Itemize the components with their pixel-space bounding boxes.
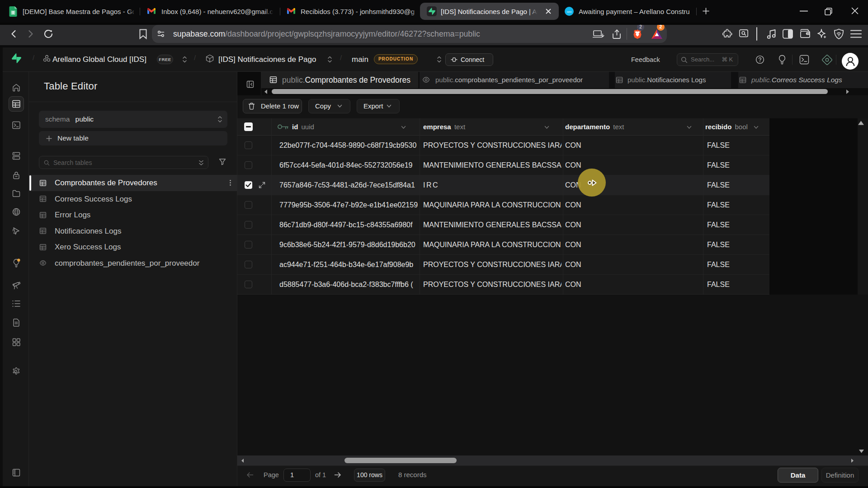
svg-text:xero: xero xyxy=(567,10,572,13)
